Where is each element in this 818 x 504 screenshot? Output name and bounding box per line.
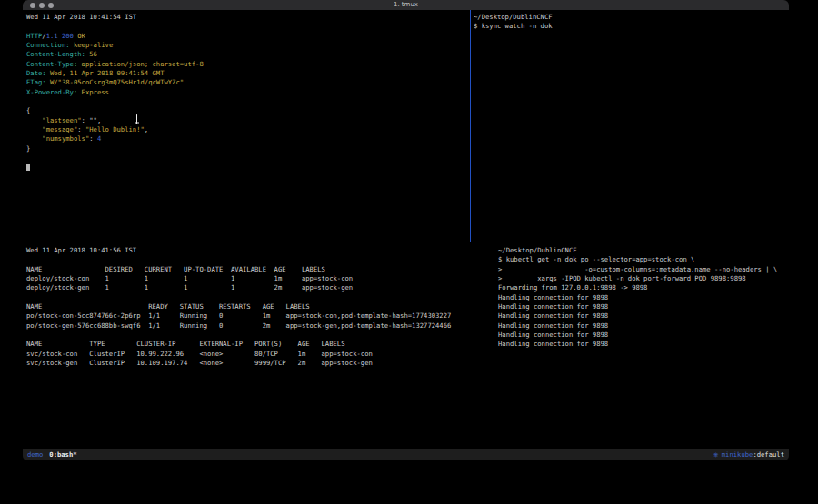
active-window-indicator[interactable]: 0:bash* bbox=[49, 450, 76, 459]
terminal-line: svc/stock-gen ClusterIP 10.109.197.74 <n… bbox=[26, 359, 494, 368]
shell-cursor bbox=[26, 164, 30, 172]
terminal-line: NAME DESIRED CURRENT UP-TO-DATE AVAILABL… bbox=[26, 265, 494, 274]
terminal-line: "message": "Hello Dublin!", bbox=[26, 125, 470, 134]
terminal-line: ~/Desktop/DublinCNCF bbox=[474, 13, 789, 22]
terminal-line: $ kubectl get -n dok po --selector=app=s… bbox=[498, 255, 789, 264]
terminal-line: Content-Length: 56 bbox=[26, 50, 470, 59]
status-right: ⎈ minikube : default bbox=[713, 450, 784, 459]
session-name: demo bbox=[27, 450, 43, 459]
window-titlebar[interactable]: 1. tmux bbox=[23, 0, 789, 10]
terminal-line: po/stock-gen-576cc688bb-swqf6 1/1 Runnin… bbox=[26, 321, 494, 331]
terminal-line bbox=[26, 153, 470, 163]
terminal-line: deploy/stock-con 1 1 1 1 1m app=stock-co… bbox=[26, 274, 494, 283]
helm-wheel-icon: ⎈ bbox=[713, 450, 719, 459]
terminal-line: Wed 11 Apr 2018 10:41:54 IST bbox=[26, 13, 470, 22]
terminal-line: Wed 11 Apr 2018 10:41:56 IST bbox=[26, 246, 494, 255]
terminal-line: HTTP/1.1 200 OK bbox=[26, 32, 470, 41]
terminal-line: NAME TYPE CLUSTER-IP EXTERNAL-IP PORT(S)… bbox=[26, 340, 494, 349]
kube-namespace: default bbox=[757, 450, 784, 459]
terminal-line: Handling connection for 9898 bbox=[498, 331, 789, 340]
terminal-line: } bbox=[26, 144, 470, 153]
terminal-line bbox=[26, 255, 494, 264]
terminal-window: 1. tmux Wed 11 Apr 2018 10:41:54 ISTHTTP… bbox=[23, 0, 789, 460]
desktop-background: 1. tmux Wed 11 Apr 2018 10:41:54 ISTHTTP… bbox=[0, 0, 818, 504]
pane-kubectl-get[interactable]: Wed 11 Apr 2018 10:41:56 ISTNAME DESIRED… bbox=[23, 243, 494, 449]
terminal-line: { bbox=[26, 106, 470, 115]
terminal-line: Content-Type: application/json; charset=… bbox=[26, 60, 470, 69]
terminal-line: X-Powered-By: Express bbox=[26, 88, 470, 97]
terminal-line: Handling connection for 9898 bbox=[498, 302, 789, 311]
terminal-line: Handling connection for 9898 bbox=[498, 311, 789, 321]
terminal-line: ~/Desktop/DublinCNCF bbox=[498, 246, 789, 255]
terminal-line: Forwarding from 127.0.0.1:9898 -> 9898 bbox=[498, 283, 789, 292]
terminal-line bbox=[26, 97, 470, 106]
terminal-line bbox=[26, 163, 470, 173]
tmux-pane-grid: Wed 11 Apr 2018 10:41:54 ISTHTTP/1.1 200… bbox=[23, 10, 789, 449]
terminal-line: > -o=custom-columns=:metadata.name --no-… bbox=[498, 265, 789, 274]
terminal-line: svc/stock-con ClusterIP 10.99.222.96 <no… bbox=[26, 350, 494, 359]
terminal-line: po/stock-con-5cc874766c-2p6rp 1/1 Runnin… bbox=[26, 311, 494, 321]
terminal-line: Handling connection for 9898 bbox=[498, 293, 789, 302]
pane-port-forward[interactable]: ~/Desktop/DublinCNCF$ kubectl get -n dok… bbox=[495, 243, 789, 449]
terminal-line: deploy/stock-gen 1 1 1 1 2m app=stock-ge… bbox=[26, 283, 494, 292]
terminal-line: $ ksync watch -n dok bbox=[474, 22, 789, 31]
pane-ksync-watch[interactable]: ~/Desktop/DublinCNCF$ ksync watch -n dok bbox=[472, 10, 789, 242]
terminal-line: Handling connection for 9898 bbox=[498, 321, 789, 331]
terminal-line: ETag: W/"38-05coCsrg3mQ75sHr1d/qcWTwYZc" bbox=[26, 78, 470, 87]
terminal-line bbox=[26, 293, 494, 302]
terminal-line: Connection: keep-alive bbox=[26, 41, 470, 50]
terminal-line: Date: Wed, 11 Apr 2018 09:41:54 GMT bbox=[26, 69, 470, 78]
tmux-status-bar: demo 0:bash* ⎈ minikube : default bbox=[23, 449, 789, 460]
terminal-line: "lastseen": "", bbox=[26, 116, 470, 125]
pane-http-response[interactable]: Wed 11 Apr 2018 10:41:54 ISTHTTP/1.1 200… bbox=[23, 10, 471, 242]
terminal-line bbox=[26, 22, 470, 31]
terminal-line bbox=[26, 331, 494, 340]
terminal-line: "numsymbols": 4 bbox=[26, 134, 470, 143]
terminal-line: Handling connection for 9898 bbox=[498, 340, 789, 349]
terminal-line: NAME READY STATUS RESTARTS AGE LABELS bbox=[26, 302, 494, 311]
terminal-line: > xargs -IPOD kubectl -n dok port-forwar… bbox=[498, 274, 789, 283]
kube-context: minikube bbox=[722, 450, 753, 459]
window-title: 1. tmux bbox=[23, 0, 789, 10]
